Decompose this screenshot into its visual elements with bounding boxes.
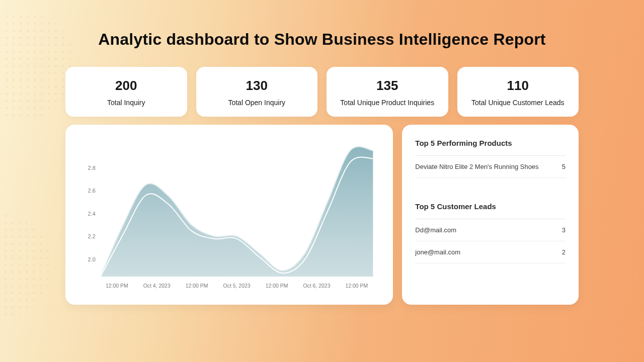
svg-text:Oct 6, 2023: Oct 6, 2023: [303, 283, 330, 289]
svg-text:Oct 4, 2023: Oct 4, 2023: [143, 283, 171, 289]
svg-text:2.4: 2.4: [88, 211, 96, 217]
stat-label: Total Inquiry: [74, 99, 178, 107]
list-item: Dd@mail.com3: [415, 219, 566, 241]
side-panel: Top 5 Performing Products Deviate Nitro …: [402, 125, 579, 305]
svg-text:12:00 PM: 12:00 PM: [106, 283, 128, 289]
products-title: Top 5 Performing Products: [415, 139, 566, 147]
leads-title: Top 5 Customer Leads: [415, 202, 566, 211]
svg-text:Oct 5, 2023: Oct 5, 2023: [223, 283, 251, 289]
stat-card-unique-product: 135 Total Unique Product Inquiries: [327, 67, 448, 117]
stat-card-open-inquiry: 130 Total Open Inquiry: [196, 67, 318, 117]
page-title: Analytic dashboard to Show Business Inte…: [65, 30, 579, 49]
svg-text:2.8: 2.8: [88, 165, 96, 171]
stat-value: 135: [336, 78, 439, 94]
stat-label: Total Open Inquiry: [205, 99, 309, 107]
list-item-name: Dd@mail.com: [415, 226, 456, 234]
stat-value: 110: [466, 78, 570, 94]
stat-label: Total Unique Product Inquiries: [336, 99, 439, 107]
svg-text:12:00 PM: 12:00 PM: [346, 283, 368, 289]
svg-text:2.0: 2.0: [88, 256, 96, 262]
chart-card: 2.02.22.42.62.812:00 PMOct 4, 202312:00 …: [65, 125, 393, 305]
list-item: Deviate Nitro Elite 2 Men's Running Shoe…: [415, 156, 566, 178]
products-list: Deviate Nitro Elite 2 Men's Running Shoe…: [415, 156, 566, 178]
stat-card-unique-leads: 110 Total Unique Customer Leads: [457, 67, 579, 117]
svg-text:2.6: 2.6: [88, 188, 96, 194]
svg-text:12:00 PM: 12:00 PM: [186, 283, 208, 289]
list-item-count: 5: [562, 163, 566, 170]
svg-text:12:00 PM: 12:00 PM: [266, 283, 288, 289]
list-item-count: 2: [562, 248, 566, 256]
list-item-count: 3: [562, 226, 566, 234]
list-item-name: jone@mail.com: [415, 248, 460, 256]
stat-value: 200: [74, 78, 178, 94]
svg-text:2.2: 2.2: [88, 233, 96, 239]
stat-value: 130: [205, 78, 309, 94]
stat-card-total-inquiry: 200 Total Inquiry: [65, 67, 187, 117]
area-chart: 2.02.22.42.62.812:00 PMOct 4, 202312:00 …: [77, 138, 378, 294]
list-item-name: Deviate Nitro Elite 2 Men's Running Shoe…: [415, 163, 538, 170]
leads-list: Dd@mail.com3jone@mail.com2: [415, 219, 566, 263]
stat-label: Total Unique Customer Leads: [466, 99, 570, 107]
stats-row: 200 Total Inquiry 130 Total Open Inquiry…: [65, 67, 579, 117]
list-item: jone@mail.com2: [415, 241, 566, 263]
